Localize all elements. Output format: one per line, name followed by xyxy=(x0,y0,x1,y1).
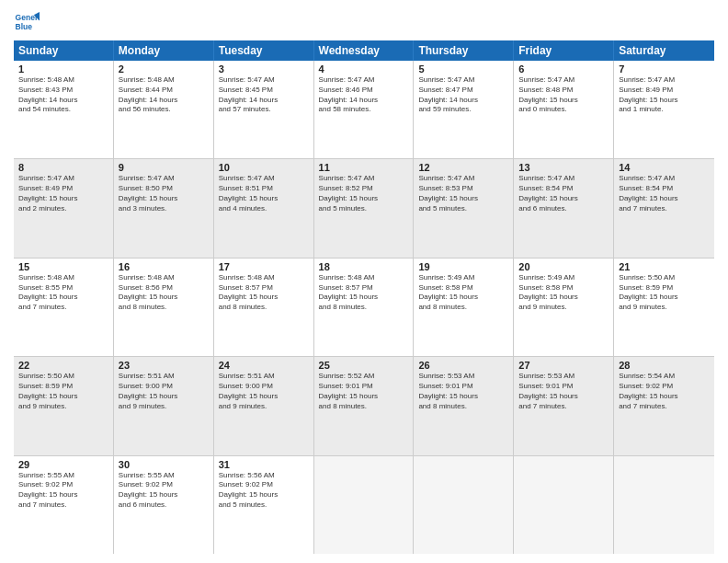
day-number: 29 xyxy=(18,459,108,470)
day-number: 23 xyxy=(119,360,209,371)
day-number: 27 xyxy=(518,360,609,371)
day-number: 3 xyxy=(219,63,309,75)
generalblue-logo-icon: General Blue xyxy=(14,9,40,35)
calendar-cell: 23Sunrise: 5:51 AM Sunset: 9:00 PM Dayli… xyxy=(114,357,214,454)
calendar-cell: 16Sunrise: 5:48 AM Sunset: 8:56 PM Dayli… xyxy=(114,259,214,356)
cell-info: Sunrise: 5:47 AM Sunset: 8:48 PM Dayligh… xyxy=(518,75,609,115)
cell-info: Sunrise: 5:47 AM Sunset: 8:47 PM Dayligh… xyxy=(418,75,508,115)
day-number: 25 xyxy=(319,360,409,371)
cell-info: Sunrise: 5:47 AM Sunset: 8:51 PM Dayligh… xyxy=(219,174,309,213)
cell-info: Sunrise: 5:47 AM Sunset: 8:52 PM Dayligh… xyxy=(319,174,409,213)
calendar-cell xyxy=(314,456,415,554)
cell-info: Sunrise: 5:47 AM Sunset: 8:49 PM Dayligh… xyxy=(18,174,108,213)
calendar-cell: 1Sunrise: 5:48 AM Sunset: 8:43 PM Daylig… xyxy=(14,61,114,158)
calendar-cell: 26Sunrise: 5:53 AM Sunset: 9:01 PM Dayli… xyxy=(414,357,514,454)
calendar-cell: 30Sunrise: 5:55 AM Sunset: 9:02 PM Dayli… xyxy=(114,456,214,554)
cell-info: Sunrise: 5:54 AM Sunset: 9:02 PM Dayligh… xyxy=(619,372,710,411)
cell-info: Sunrise: 5:53 AM Sunset: 9:01 PM Dayligh… xyxy=(518,372,609,411)
calendar-cell: 14Sunrise: 5:47 AM Sunset: 8:54 PM Dayli… xyxy=(614,159,714,257)
day-number: 17 xyxy=(219,261,309,272)
header: General Blue xyxy=(14,9,714,35)
calendar-cell: 6Sunrise: 5:47 AM Sunset: 8:48 PM Daylig… xyxy=(514,61,614,158)
day-number: 18 xyxy=(319,261,409,272)
calendar-cell: 2Sunrise: 5:48 AM Sunset: 8:44 PM Daylig… xyxy=(114,61,214,158)
calendar-cell: 18Sunrise: 5:48 AM Sunset: 8:57 PM Dayli… xyxy=(314,259,415,356)
calendar-cell: 19Sunrise: 5:49 AM Sunset: 8:58 PM Dayli… xyxy=(414,259,514,356)
calendar-cell: 7Sunrise: 5:47 AM Sunset: 8:49 PM Daylig… xyxy=(614,61,714,158)
day-number: 10 xyxy=(219,162,309,173)
calendar-cell: 10Sunrise: 5:47 AM Sunset: 8:51 PM Dayli… xyxy=(214,159,314,257)
day-number: 4 xyxy=(319,63,409,75)
cell-info: Sunrise: 5:47 AM Sunset: 8:45 PM Dayligh… xyxy=(219,75,309,115)
calendar-cell xyxy=(414,456,514,554)
cell-info: Sunrise: 5:51 AM Sunset: 9:00 PM Dayligh… xyxy=(219,372,309,411)
day-number: 14 xyxy=(619,162,710,173)
day-number: 5 xyxy=(418,63,508,75)
calendar-cell: 5Sunrise: 5:47 AM Sunset: 8:47 PM Daylig… xyxy=(414,61,514,158)
cell-info: Sunrise: 5:56 AM Sunset: 9:02 PM Dayligh… xyxy=(219,471,309,511)
cell-info: Sunrise: 5:55 AM Sunset: 9:02 PM Dayligh… xyxy=(18,471,108,511)
calendar: SundayMondayTuesdayWednesdayThursdayFrid… xyxy=(14,40,714,554)
day-number: 12 xyxy=(418,162,508,173)
header-day-friday: Friday xyxy=(514,40,614,61)
calendar-cell xyxy=(514,456,614,554)
day-number: 8 xyxy=(18,162,108,173)
calendar-row: 8Sunrise: 5:47 AM Sunset: 8:49 PM Daylig… xyxy=(14,159,714,258)
day-number: 7 xyxy=(619,63,710,75)
calendar-cell: 12Sunrise: 5:47 AM Sunset: 8:53 PM Dayli… xyxy=(414,159,514,257)
day-number: 20 xyxy=(518,261,609,272)
day-number: 28 xyxy=(619,360,710,371)
header-day-wednesday: Wednesday xyxy=(314,40,415,61)
cell-info: Sunrise: 5:47 AM Sunset: 8:53 PM Dayligh… xyxy=(418,174,508,213)
calendar-cell: 25Sunrise: 5:52 AM Sunset: 9:01 PM Dayli… xyxy=(314,357,415,454)
calendar-row: 15Sunrise: 5:48 AM Sunset: 8:55 PM Dayli… xyxy=(14,259,714,357)
day-number: 24 xyxy=(219,360,309,371)
calendar-cell: 9Sunrise: 5:47 AM Sunset: 8:50 PM Daylig… xyxy=(114,159,214,257)
header-day-saturday: Saturday xyxy=(614,40,714,61)
cell-info: Sunrise: 5:55 AM Sunset: 9:02 PM Dayligh… xyxy=(119,471,209,511)
cell-info: Sunrise: 5:47 AM Sunset: 8:50 PM Dayligh… xyxy=(119,174,209,213)
day-number: 2 xyxy=(119,63,209,75)
header-day-tuesday: Tuesday xyxy=(214,40,314,61)
day-number: 11 xyxy=(319,162,409,173)
calendar-cell xyxy=(614,456,714,554)
cell-info: Sunrise: 5:47 AM Sunset: 8:49 PM Dayligh… xyxy=(619,75,710,115)
day-number: 26 xyxy=(418,360,508,371)
calendar-cell: 13Sunrise: 5:47 AM Sunset: 8:54 PM Dayli… xyxy=(514,159,614,257)
cell-info: Sunrise: 5:48 AM Sunset: 8:57 PM Dayligh… xyxy=(319,273,409,313)
cell-info: Sunrise: 5:47 AM Sunset: 8:54 PM Dayligh… xyxy=(619,174,710,213)
day-number: 21 xyxy=(619,261,710,272)
day-number: 16 xyxy=(119,261,209,272)
cell-info: Sunrise: 5:52 AM Sunset: 9:01 PM Dayligh… xyxy=(319,372,409,411)
calendar-cell: 8Sunrise: 5:47 AM Sunset: 8:49 PM Daylig… xyxy=(14,159,114,257)
header-day-sunday: Sunday xyxy=(14,40,114,61)
calendar-row: 29Sunrise: 5:55 AM Sunset: 9:02 PM Dayli… xyxy=(14,456,714,554)
calendar-cell: 29Sunrise: 5:55 AM Sunset: 9:02 PM Dayli… xyxy=(14,456,114,554)
day-number: 13 xyxy=(518,162,609,173)
calendar-cell: 22Sunrise: 5:50 AM Sunset: 8:59 PM Dayli… xyxy=(14,357,114,454)
cell-info: Sunrise: 5:50 AM Sunset: 8:59 PM Dayligh… xyxy=(18,372,108,411)
logo: General Blue xyxy=(14,9,43,35)
calendar-cell: 4Sunrise: 5:47 AM Sunset: 8:46 PM Daylig… xyxy=(314,61,415,158)
header-day-thursday: Thursday xyxy=(414,40,514,61)
day-number: 15 xyxy=(18,261,108,272)
calendar-body: 1Sunrise: 5:48 AM Sunset: 8:43 PM Daylig… xyxy=(14,61,714,554)
cell-info: Sunrise: 5:48 AM Sunset: 8:55 PM Dayligh… xyxy=(18,273,108,313)
day-number: 9 xyxy=(119,162,209,173)
calendar-cell: 31Sunrise: 5:56 AM Sunset: 9:02 PM Dayli… xyxy=(214,456,314,554)
day-number: 22 xyxy=(18,360,108,371)
calendar-cell: 11Sunrise: 5:47 AM Sunset: 8:52 PM Dayli… xyxy=(314,159,415,257)
day-number: 1 xyxy=(18,63,108,75)
header-day-monday: Monday xyxy=(114,40,214,61)
calendar-cell: 3Sunrise: 5:47 AM Sunset: 8:45 PM Daylig… xyxy=(214,61,314,158)
day-number: 6 xyxy=(518,63,609,75)
cell-info: Sunrise: 5:50 AM Sunset: 8:59 PM Dayligh… xyxy=(619,273,710,313)
cell-info: Sunrise: 5:48 AM Sunset: 8:44 PM Dayligh… xyxy=(119,75,209,115)
cell-info: Sunrise: 5:49 AM Sunset: 8:58 PM Dayligh… xyxy=(518,273,609,313)
calendar-cell: 15Sunrise: 5:48 AM Sunset: 8:55 PM Dayli… xyxy=(14,259,114,356)
calendar-cell: 28Sunrise: 5:54 AM Sunset: 9:02 PM Dayli… xyxy=(614,357,714,454)
cell-info: Sunrise: 5:51 AM Sunset: 9:00 PM Dayligh… xyxy=(119,372,209,411)
calendar-cell: 21Sunrise: 5:50 AM Sunset: 8:59 PM Dayli… xyxy=(614,259,714,356)
cell-info: Sunrise: 5:48 AM Sunset: 8:56 PM Dayligh… xyxy=(119,273,209,313)
cell-info: Sunrise: 5:47 AM Sunset: 8:54 PM Dayligh… xyxy=(518,174,609,213)
